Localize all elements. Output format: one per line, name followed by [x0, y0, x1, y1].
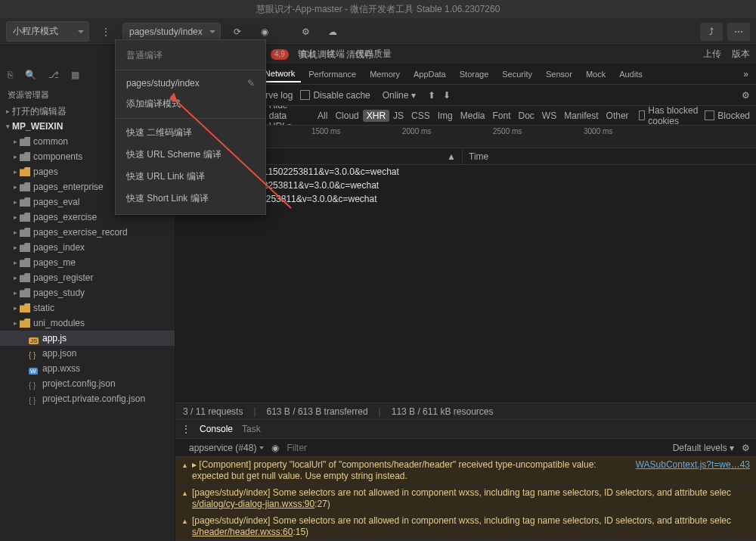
- devtab-storage[interactable]: Storage: [454, 67, 495, 82]
- tree-item[interactable]: app.wxss: [0, 361, 175, 376]
- blocked-cookies-checkbox[interactable]: Has blocked cookies: [639, 106, 699, 126]
- dd-page[interactable]: pages/study/index✎: [116, 73, 265, 93]
- tree-item[interactable]: project.private.config.json: [0, 391, 175, 406]
- sub-terminal[interactable]: 终端: [327, 48, 345, 61]
- blocked-req-checkbox[interactable]: Blocked: [705, 110, 750, 121]
- devtab-audits[interactable]: Audits: [613, 67, 649, 82]
- filter-doc[interactable]: Doc: [515, 110, 538, 122]
- tab-task[interactable]: Task: [242, 424, 261, 434]
- console-settings-icon[interactable]: ⚙: [742, 443, 750, 453]
- dd-link[interactable]: 快速 URL Link 编译: [116, 166, 265, 188]
- devtab-performance[interactable]: Performance: [302, 67, 362, 82]
- filter-font[interactable]: Font: [488, 110, 514, 122]
- dd-scheme[interactable]: 快速 URL Scheme 编译: [116, 144, 265, 166]
- sub-quality[interactable]: 代码质量: [355, 48, 392, 61]
- col-time[interactable]: Time: [463, 148, 756, 164]
- dd-add-mode[interactable]: 添加编译模式: [116, 93, 265, 115]
- title-bar: 慧眼识才-App-master - 微信开发者工具 Stable 1.06.23…: [0, 0, 756, 18]
- page-select[interactable]: pages/study/index: [122, 23, 221, 41]
- compile-mode-dropdown: 普通编译 pages/study/index✎ 添加编译模式 快速 二维码编译 …: [115, 39, 266, 215]
- filter-manifest[interactable]: Manifest: [560, 110, 602, 122]
- cloud-icon[interactable]: ☁: [322, 23, 343, 41]
- dd-short[interactable]: 快速 Short Link 编译: [116, 188, 265, 210]
- console-body: ▸ [Component] property "localUrl" of "co…: [175, 457, 756, 541]
- levels-select[interactable]: Default levels ▾: [673, 443, 734, 453]
- filter-other[interactable]: Other: [603, 110, 633, 122]
- filter-cloud[interactable]: Cloud: [331, 110, 362, 122]
- throttle-select[interactable]: Online ▾: [378, 89, 420, 102]
- console-row[interactable]: [pages/study/index] Some selectors are n…: [175, 513, 756, 541]
- tree-item[interactable]: ▸pages_exercise_record: [0, 225, 175, 240]
- network-status-bar: 3 / 11 requests| 613 B / 613 B transferr…: [175, 403, 756, 419]
- search-icon[interactable]: 🔍: [25, 70, 36, 80]
- tree-item[interactable]: ▸pages_me: [0, 255, 175, 270]
- context-select[interactable]: appservice (#48): [189, 443, 264, 453]
- edit-icon[interactable]: ✎: [247, 78, 255, 89]
- filter-all[interactable]: All: [314, 110, 331, 122]
- branch-icon[interactable]: ⎇: [48, 70, 59, 80]
- upload-button[interactable]: ⤴: [700, 23, 723, 41]
- file-icon[interactable]: ⎘: [8, 70, 13, 80]
- ext-icon[interactable]: ▦: [71, 70, 79, 80]
- main-toolbar: 小程序模式 ⋮ pages/study/index ⟳ ◉ ⚙ ☁ ⤴ ⋯: [0, 18, 756, 45]
- console-menu-icon[interactable]: ⋮: [181, 424, 191, 434]
- preview-icon[interactable]: ◉: [254, 23, 275, 41]
- sub-output[interactable]: 输出: [298, 48, 316, 61]
- tree-item[interactable]: project.config.json: [0, 376, 175, 391]
- tree-item[interactable]: ▸pages_index: [0, 240, 175, 255]
- filter-img[interactable]: Img: [434, 110, 457, 122]
- console-row[interactable]: ▸ [Component] property "localUrl" of "co…: [175, 457, 756, 485]
- tab-console[interactable]: Console: [200, 424, 233, 434]
- download-icon[interactable]: ⬇: [443, 90, 451, 101]
- devtab-memory[interactable]: Memory: [364, 67, 406, 82]
- filter-xhr[interactable]: XHR: [363, 110, 389, 122]
- filter-js[interactable]: JS: [389, 110, 407, 122]
- dd-title: 普通编译: [116, 45, 265, 67]
- devtab-security[interactable]: Security: [496, 67, 538, 82]
- devtab-sensor[interactable]: Sensor: [540, 67, 578, 82]
- devtabs-more[interactable]: »: [740, 69, 751, 79]
- mode-select[interactable]: 小程序模式: [6, 21, 89, 42]
- console-row[interactable]: [pages/study/index] Some selectors are n…: [175, 485, 756, 513]
- upload-icon[interactable]: ⬆: [428, 90, 435, 101]
- sub-toolbar: 4,9 真机调试 清缓存 输出 终端 代码质量 上传 版本: [0, 45, 756, 64]
- settings-icon[interactable]: ⚙: [742, 90, 750, 101]
- dd-qr[interactable]: 快速 二维码编译: [116, 122, 265, 144]
- tree-item[interactable]: app.json: [0, 346, 175, 361]
- console-toolbar: appservice (#48) ◉ Default levels ▾ ⚙: [175, 439, 756, 457]
- tree-item[interactable]: ▸static: [0, 300, 175, 316]
- tree-item[interactable]: ▸uni_modules: [0, 316, 175, 331]
- console-tabs: ⋮ Console Task: [175, 419, 756, 439]
- console-filter-input[interactable]: [287, 443, 407, 453]
- tree-item[interactable]: ▸pages_register: [0, 270, 175, 285]
- more-button[interactable]: ⋯: [727, 23, 750, 41]
- sort-icon[interactable]: ▲: [447, 151, 456, 162]
- devtab-appdata[interactable]: AppData: [407, 67, 452, 82]
- divider: ⋮: [95, 23, 116, 41]
- refresh-icon[interactable]: ⟳: [227, 23, 248, 41]
- filter-media[interactable]: Media: [457, 110, 489, 122]
- tree-item[interactable]: ▸pages_study: [0, 285, 175, 300]
- disable-cache-checkbox[interactable]: Disable cache: [300, 90, 370, 101]
- error-badge[interactable]: 4,9: [271, 49, 289, 60]
- hide-data-urls-checkbox[interactable]: Hide data URLs: [259, 106, 308, 126]
- devtab-mock[interactable]: Mock: [580, 67, 612, 82]
- filter-ws[interactable]: WS: [538, 110, 560, 122]
- filter-css[interactable]: CSS: [407, 110, 434, 122]
- tree-item[interactable]: app.js: [0, 331, 175, 346]
- eye-icon[interactable]: ◉: [271, 443, 279, 453]
- bug-icon[interactable]: ⚙: [295, 23, 316, 41]
